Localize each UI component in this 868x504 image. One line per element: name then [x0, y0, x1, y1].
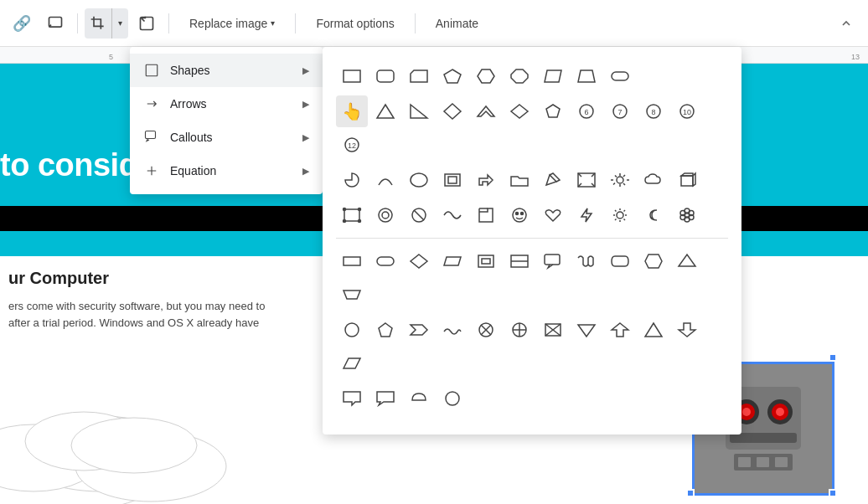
shape-lightning[interactable]: [571, 199, 602, 231]
shape-eq-up-triangle[interactable]: [638, 314, 669, 346]
shape-chevron-up[interactable]: [470, 95, 502, 127]
shape-eq-circle-x[interactable]: [470, 314, 502, 346]
crop-button-group[interactable]: ▾: [85, 8, 128, 39]
menu-item-callouts[interactable]: Callouts ▶: [130, 121, 323, 154]
divider3: [295, 13, 296, 33]
shape-triangle[interactable]: [369, 95, 401, 127]
shape-section-divider: [336, 238, 728, 239]
shape-bent-arrow[interactable]: [470, 164, 502, 196]
shape-eq-half-circle[interactable]: [403, 383, 435, 414]
shape-partial-circle[interactable]: [336, 164, 368, 196]
shape-eq-sq-speech[interactable]: [369, 383, 401, 414]
svg-rect-50: [448, 177, 457, 183]
shape-hexagon[interactable]: [470, 60, 502, 92]
arrows-submenu-arrow: ▶: [302, 99, 309, 110]
shape-square3d[interactable]: [671, 164, 703, 196]
equation-icon: [143, 162, 160, 179]
shape-eq-parallelogram[interactable]: [437, 245, 468, 277]
animate-button[interactable]: Animate: [422, 8, 492, 39]
menu-item-equation[interactable]: Equation ▶: [130, 154, 323, 188]
shape-crescent[interactable]: [638, 199, 669, 231]
replace-image-button[interactable]: Replace image ▾: [176, 8, 288, 39]
resize-handle-tr[interactable]: [829, 353, 837, 362]
collapse-button[interactable]: [831, 8, 861, 39]
shape-trapezoid[interactable]: [571, 60, 602, 92]
shape-eq-diamond[interactable]: [403, 245, 435, 277]
shape-eq-rect[interactable]: [336, 245, 368, 277]
shape-octagon[interactable]: [504, 60, 535, 92]
comment-button[interactable]: [40, 8, 70, 39]
shape-eq-tape[interactable]: [571, 245, 602, 277]
shape-eq-pentagon[interactable]: [369, 314, 401, 346]
shape-no-sign[interactable]: [403, 199, 435, 231]
resize-handle-br[interactable]: [686, 489, 695, 497]
crop-dropdown-arrow[interactable]: ▾: [111, 8, 128, 39]
shape-arc[interactable]: [369, 164, 401, 196]
replace-icon-button[interactable]: [132, 8, 162, 39]
shape-eq-boxed[interactable]: [470, 245, 502, 277]
shape-circle-8[interactable]: 8: [638, 95, 669, 127]
shape-wave[interactable]: [437, 199, 468, 231]
body-heading: ur Computer: [8, 269, 109, 288]
shape-pentagon2[interactable]: [537, 95, 569, 127]
shape-smiley[interactable]: [504, 199, 535, 231]
shape-parallelogram[interactable]: [537, 60, 569, 92]
shape-cloud[interactable]: [638, 164, 669, 196]
shape-eq-chevron[interactable]: [403, 314, 435, 346]
shape-eq-callout[interactable]: [537, 245, 569, 277]
shape-eq-box-x[interactable]: [537, 314, 569, 346]
shape-diamond3[interactable]: [504, 95, 535, 127]
shape-flower[interactable]: [671, 199, 703, 231]
divider: [77, 13, 78, 33]
shape-eq-circle2[interactable]: [336, 314, 368, 346]
shape-eq-down-arrow[interactable]: [671, 314, 703, 346]
shape-heart[interactable]: [537, 199, 569, 231]
shape-eq-inv-trapezoid[interactable]: [336, 279, 368, 311]
shape-frame2[interactable]: [571, 164, 602, 196]
shape-eq-triangle2[interactable]: [671, 245, 703, 277]
svg-point-52: [617, 177, 623, 183]
shape-pencil[interactable]: [537, 164, 569, 196]
shape-eq-circle3[interactable]: [437, 383, 468, 414]
link-button[interactable]: 🔗: [7, 8, 37, 39]
shape-bullseye[interactable]: [369, 199, 401, 231]
shape-square-dots[interactable]: [336, 199, 368, 231]
shape-square-frame[interactable]: [437, 164, 468, 196]
shape-eq-circle-plus[interactable]: [504, 314, 535, 346]
shape-eq-speech[interactable]: [336, 383, 368, 414]
shape-right-triangle[interactable]: [403, 95, 435, 127]
shape-rounded-rect2[interactable]: [604, 60, 636, 92]
shape-circle-12[interactable]: 12: [336, 129, 368, 161]
shape-circle-10[interactable]: 10: [671, 95, 703, 127]
shape-eq-rounded[interactable]: [369, 245, 401, 277]
shape-document[interactable]: [470, 199, 502, 231]
shape-eq-hexagon2[interactable]: [638, 245, 669, 277]
shape-eq-wave[interactable]: [437, 314, 468, 346]
svg-point-15: [776, 408, 784, 416]
shape-circle-7[interactable]: 7: [604, 95, 636, 127]
menu-item-arrows[interactable]: Arrows ▶: [130, 87, 323, 121]
shape-sun[interactable]: [604, 199, 636, 231]
shape-gear[interactable]: [604, 164, 636, 196]
shape-eq-down-triangle[interactable]: [571, 314, 602, 346]
shape-eq-parallelogram2[interactable]: [336, 347, 368, 379]
shape-diamond2[interactable]: [437, 95, 468, 127]
svg-marker-26: [444, 69, 461, 83]
body-text-line2: after a trial period. Windows and OS X a…: [8, 315, 265, 332]
shape-eq-stadium[interactable]: [604, 245, 636, 277]
shape-circle-6[interactable]: 6: [571, 95, 602, 127]
shape-pentagon[interactable]: [437, 60, 468, 92]
shape-folder[interactable]: [504, 164, 535, 196]
shape-eq-minus-rect[interactable]: [504, 245, 535, 277]
shape-oval[interactable]: [403, 164, 435, 196]
ruler-mark-5: 5: [109, 53, 113, 61]
shape-snipped-rect[interactable]: [403, 60, 435, 92]
resize-handle-bl[interactable]: [829, 489, 837, 497]
svg-text:8: 8: [651, 108, 655, 116]
shape-eq-up-arrow[interactable]: [604, 314, 636, 346]
format-options-button[interactable]: Format options: [302, 8, 407, 39]
shape-rounded-rect[interactable]: [369, 60, 401, 92]
shape-circle[interactable]: 👆: [336, 95, 368, 127]
shape-rectangle[interactable]: [336, 60, 368, 92]
menu-item-shapes[interactable]: Shapes ▶: [130, 54, 323, 87]
